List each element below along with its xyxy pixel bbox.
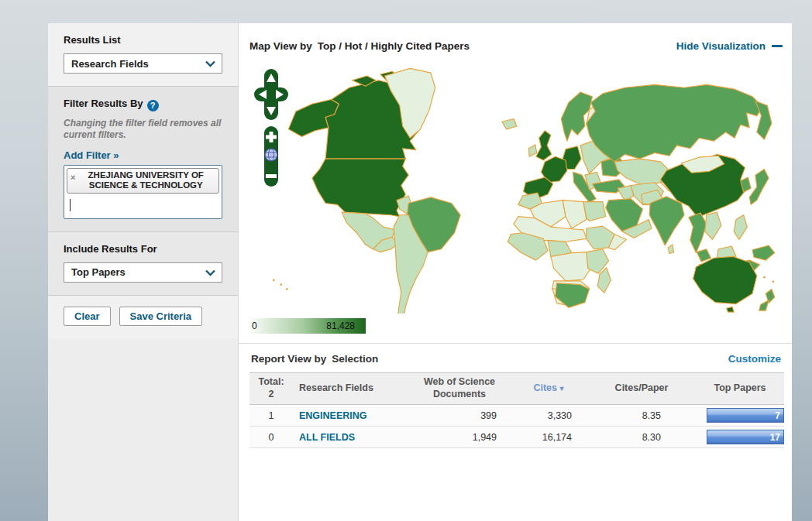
- table-row: 0 ALL FIELDS 1,949 16,174 8.30 17: [249, 427, 784, 448]
- save-criteria-button[interactable]: Save Criteria: [119, 307, 203, 326]
- include-results-dropdown-value: Top Papers: [71, 266, 126, 278]
- filter-input-box[interactable]: × ZHEJIANG UNIVERSITY OF SCIENCE & TECHN…: [64, 165, 222, 219]
- report-view-header: Report View bySelection Customize: [239, 344, 792, 372]
- top-papers-bar: 17: [707, 430, 784, 444]
- content-card: Results List Research Fields Filter Resu…: [48, 23, 792, 521]
- map-view-header: Map View byTop / Hot / Highly Cited Pape…: [239, 23, 792, 58]
- row-cites: 3,330: [510, 410, 587, 421]
- column-header-cites[interactable]: Cites ▾: [510, 382, 587, 395]
- results-list-dropdown-value: Research Fields: [71, 58, 149, 70]
- filter-tag-label: ZHEJIANG UNIVERSITY OF SCIENCE & TECHNOL…: [77, 170, 215, 190]
- filter-note: Changing the filter field removes all cu…: [64, 118, 222, 142]
- chevron-down-icon: [205, 266, 216, 279]
- table-header-row: Total: 2 Research Fields Web of Science …: [249, 372, 784, 405]
- row-documents: 1,949: [409, 432, 510, 443]
- field-link-engineering[interactable]: ENGINEERING: [299, 410, 367, 421]
- filter-section: Filter Results By? Changing the filter f…: [48, 87, 238, 232]
- row-cites-per-paper: 8.30: [587, 432, 696, 443]
- results-list-title: Results List: [64, 34, 222, 46]
- hide-visualization-link[interactable]: Hide Visualization: [676, 40, 783, 52]
- map-controls: [253, 67, 290, 194]
- help-icon[interactable]: ?: [147, 100, 159, 111]
- total-header: Total: 2: [249, 376, 293, 400]
- filter-tag: × ZHEJIANG UNIVERSITY OF SCIENCE & TECHN…: [67, 168, 219, 194]
- customize-link[interactable]: Customize: [728, 353, 781, 365]
- column-header-cites-per-paper[interactable]: Cites/Paper: [587, 382, 696, 395]
- map-legend: 0 81,428: [249, 318, 366, 334]
- legend-min-label: 0: [252, 320, 257, 331]
- column-header-documents[interactable]: Web of Science Documents: [409, 376, 510, 400]
- top-papers-bar: 7: [707, 408, 784, 423]
- include-results-title: Include Results For: [64, 243, 222, 255]
- world-map[interactable]: [246, 58, 784, 314]
- report-section: Report View bySelection Customize Total:…: [239, 343, 792, 448]
- chevron-down-icon: [205, 57, 216, 70]
- field-link-all-fields[interactable]: ALL FIELDS: [299, 432, 355, 443]
- remove-tag-icon[interactable]: ×: [71, 173, 75, 182]
- column-header-top-papers[interactable]: Top Papers: [696, 382, 784, 395]
- map-visualization: 0 81,428: [246, 58, 784, 334]
- table-row: 1 ENGINEERING 399 3,330 8.35 7: [249, 405, 784, 427]
- actions-section: Clear Save Criteria: [48, 296, 238, 338]
- results-list-section: Results List Research Fields: [48, 23, 238, 87]
- row-rank: 1: [249, 410, 293, 421]
- globe-icon: [265, 149, 277, 161]
- zoom-out-icon: [266, 174, 277, 178]
- row-documents: 399: [409, 410, 510, 421]
- results-list-dropdown[interactable]: Research Fields: [64, 53, 222, 74]
- minus-icon: [772, 45, 783, 47]
- legend-max-label: 81,428: [326, 320, 355, 331]
- row-cites: 16,174: [510, 432, 587, 443]
- row-rank: 0: [249, 432, 293, 443]
- add-filter-link[interactable]: Add Filter »: [64, 149, 119, 161]
- include-results-dropdown[interactable]: Top Papers: [64, 262, 222, 283]
- results-table: Total: 2 Research Fields Web of Science …: [249, 372, 784, 448]
- filter-title: Filter Results By?: [64, 98, 222, 111]
- world-map-container: [246, 58, 784, 314]
- map-view-title: Map View byTop / Hot / Highly Cited Pape…: [249, 40, 470, 52]
- report-view-title: Report View bySelection: [251, 353, 378, 365]
- pan-control: [254, 69, 288, 120]
- include-results-section: Include Results For Top Papers: [48, 232, 238, 296]
- column-header-research-fields[interactable]: Research Fields: [293, 382, 409, 395]
- zoom-control: [264, 126, 278, 187]
- main-panel: Map View byTop / Hot / Highly Cited Pape…: [239, 23, 792, 521]
- sort-desc-icon: ▾: [560, 384, 564, 392]
- text-cursor: [70, 199, 71, 211]
- row-cites-per-paper: 8.35: [587, 410, 696, 421]
- sidebar: Results List Research Fields Filter Resu…: [48, 23, 239, 521]
- clear-button[interactable]: Clear: [64, 307, 111, 326]
